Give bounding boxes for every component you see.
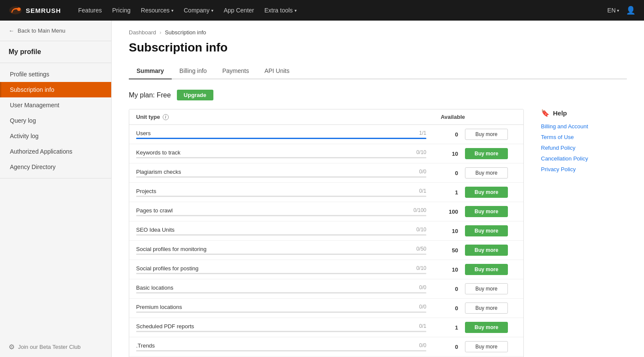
sidebar-divider — [0, 63, 111, 63]
layout: ← Back to Main Menu My profile Profile s… — [0, 21, 644, 357]
table-rows-container: Users 1/1 0 Buy more Keywords to track 0… — [129, 125, 523, 357]
buy-more-button[interactable]: Buy more — [465, 129, 508, 140]
buy-more-button[interactable]: Buy more — [465, 187, 508, 198]
table-header: Unit type i Available — [129, 109, 523, 125]
buy-more-button[interactable]: Buy more — [465, 322, 508, 333]
back-arrow-icon: ← — [9, 27, 14, 34]
table-row: Projects 0/1 1 Buy more — [129, 183, 523, 202]
row-unit-name: SEO Idea Units 0/10 — [136, 227, 426, 236]
help-book-icon: 🔖 — [541, 109, 550, 117]
sidebar-item-agency-directory[interactable]: Agency Directory — [0, 159, 111, 175]
help-panel: 🔖 Help Billing and AccountTerms of UseRe… — [541, 109, 627, 357]
sidebar-item-user-management[interactable]: User Management — [0, 97, 111, 113]
top-nav: SEMRUSH Features Pricing Resources ▾ Com… — [0, 0, 644, 21]
help-link[interactable]: Billing and Account — [541, 123, 627, 130]
sidebar: ← Back to Main Menu My profile Profile s… — [0, 21, 112, 357]
row-unit-name: Plagiarism checks 0/0 — [136, 169, 426, 178]
row-action: Buy more — [465, 206, 516, 217]
sidebar-item-activity-log[interactable]: Activity log — [0, 128, 111, 144]
row-unit-name: Premium locations 0/0 — [136, 304, 426, 313]
user-icon[interactable]: 👤 — [626, 6, 635, 15]
row-action: Buy more — [465, 341, 516, 352]
table-row: Plagiarism checks 0/0 0 Buy more — [129, 163, 523, 183]
content-row: Unit type i Available Users 1/1 0 Buy mo… — [129, 109, 627, 357]
row-action: Buy more — [465, 283, 516, 294]
col-header-available: Available — [426, 114, 465, 120]
table-row: Basic locations 0/0 0 Buy more — [129, 279, 523, 299]
nav-left: SEMRUSH Features Pricing Resources ▾ Com… — [9, 4, 301, 16]
row-unit-name: Basic locations 0/0 — [136, 284, 426, 293]
info-icon[interactable]: i — [163, 114, 169, 120]
upgrade-button[interactable]: Upgrade — [177, 90, 213, 100]
buy-more-button[interactable]: Buy more — [465, 341, 508, 352]
row-available: 10 — [426, 266, 465, 273]
help-link[interactable]: Refund Policy — [541, 145, 627, 151]
buy-more-button[interactable]: Buy more — [465, 303, 508, 314]
table-row: Social profiles for posting 0/10 10 Buy … — [129, 260, 523, 279]
nav-links: Features Pricing Resources ▾ Company ▾ A… — [74, 4, 301, 16]
main-content: Dashboard › Subscription info Subscripti… — [112, 21, 644, 357]
tab-billing-info[interactable]: Billing info — [172, 63, 215, 79]
col-header-action — [465, 114, 516, 120]
nav-company[interactable]: Company ▾ — [179, 4, 218, 16]
page-title: Subscription info — [129, 41, 627, 54]
logo[interactable]: SEMRUSH — [9, 5, 61, 15]
sidebar-beta-club[interactable]: ⚙ Join our Beta Tester Club — [0, 337, 111, 357]
row-action: Buy more — [465, 148, 516, 159]
row-action: Buy more — [465, 245, 516, 256]
beta-label: Join our Beta Tester Club — [18, 344, 81, 350]
buy-more-button[interactable]: Buy more — [465, 206, 508, 217]
beta-icon: ⚙ — [9, 343, 15, 351]
buy-more-button[interactable]: Buy more — [465, 245, 508, 256]
table-row: Users 1/1 0 Buy more — [129, 125, 523, 144]
table-row: Keywords to track 0/10 10 Buy more — [129, 144, 523, 163]
lang-selector[interactable]: EN ▾ — [608, 7, 619, 14]
row-action: Buy more — [465, 129, 516, 140]
table-row: .Trends 0/0 0 Buy more — [129, 337, 523, 357]
tab-payments[interactable]: Payments — [215, 63, 257, 79]
buy-more-button[interactable]: Buy more — [465, 148, 508, 159]
sidebar-item-subscription-info[interactable]: Subscription info — [0, 82, 111, 97]
nav-features[interactable]: Features — [74, 4, 106, 16]
row-action: Buy more — [465, 225, 516, 236]
buy-more-button[interactable]: Buy more — [465, 167, 508, 178]
row-action: Buy more — [465, 167, 516, 178]
breadcrumb-current: Subscription info — [165, 29, 206, 36]
sidebar-item-query-log[interactable]: Query log — [0, 113, 111, 128]
nav-extratools[interactable]: Extra tools ▾ — [260, 4, 301, 16]
tab-api-units[interactable]: API Units — [257, 63, 297, 79]
plan-row: My plan: Free Upgrade — [129, 90, 627, 100]
sidebar-item-profile-settings[interactable]: Profile settings — [0, 67, 111, 82]
tab-summary[interactable]: Summary — [129, 63, 172, 79]
sidebar-item-authorized-applications[interactable]: Authorized Applications — [0, 144, 111, 159]
row-unit-name: Scheduled PDF reports 0/1 — [136, 323, 426, 332]
help-link[interactable]: Terms of Use — [541, 134, 627, 140]
row-available: 100 — [426, 209, 465, 215]
nav-pricing[interactable]: Pricing — [108, 4, 135, 16]
table-row: Social profiles for monitoring 0/50 50 B… — [129, 241, 523, 260]
buy-more-button[interactable]: Buy more — [465, 283, 508, 294]
row-action: Buy more — [465, 264, 516, 275]
table-row: Premium locations 0/0 0 Buy more — [129, 299, 523, 318]
units-table: Unit type i Available Users 1/1 0 Buy mo… — [129, 109, 524, 357]
row-action: Buy more — [465, 303, 516, 314]
help-link[interactable]: Cancellation Policy — [541, 155, 627, 162]
plan-label: My plan: Free — [129, 91, 171, 99]
logo-text: SEMRUSH — [26, 7, 61, 14]
buy-more-button[interactable]: Buy more — [465, 225, 508, 236]
nav-appcenter[interactable]: App Center — [219, 4, 258, 16]
row-available: 0 — [426, 131, 465, 138]
breadcrumb: Dashboard › Subscription info — [129, 29, 627, 36]
row-available: 10 — [426, 228, 465, 234]
row-available: 1 — [426, 189, 465, 196]
help-link[interactable]: Privacy Policy — [541, 166, 627, 172]
buy-more-button[interactable]: Buy more — [465, 264, 508, 275]
row-unit-name: .Trends 0/0 — [136, 342, 426, 351]
sidebar-back-button[interactable]: ← Back to Main Menu — [0, 21, 111, 41]
row-unit-name: Projects 0/1 — [136, 188, 426, 197]
row-unit-name: Pages to crawl 0/100 — [136, 207, 426, 216]
breadcrumb-home[interactable]: Dashboard — [129, 29, 156, 36]
nav-resources[interactable]: Resources ▾ — [137, 4, 178, 16]
tabs: Summary Billing info Payments API Units — [129, 63, 627, 79]
table-row: Scheduled PDF reports 0/1 1 Buy more — [129, 318, 523, 337]
